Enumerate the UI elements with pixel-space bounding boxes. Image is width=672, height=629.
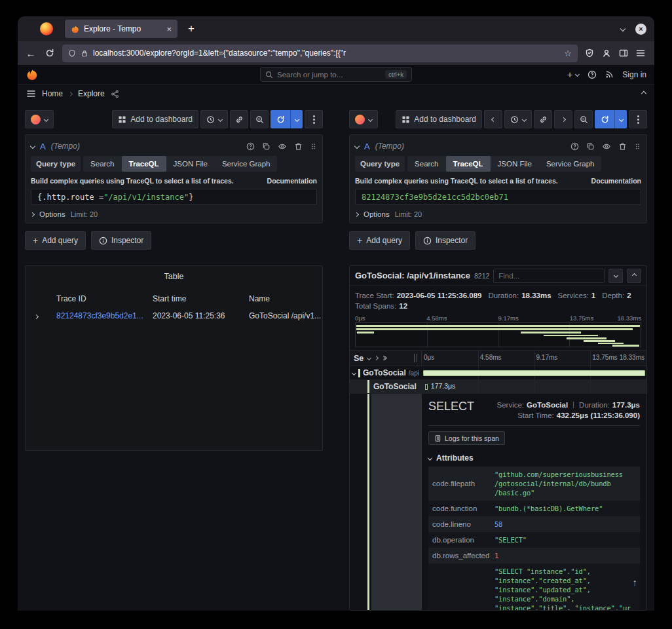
time-picker-button[interactable] <box>200 110 228 128</box>
col-header-name[interactable]: Name <box>249 294 322 303</box>
logs-for-span-button[interactable]: Logs for this span <box>428 431 505 445</box>
browser-tab[interactable]: Explore - Tempo × <box>65 20 177 38</box>
attributes-section-toggle[interactable]: Attributes <box>428 453 640 463</box>
zoom-out-button[interactable] <box>250 110 269 128</box>
minimap-canvas[interactable] <box>355 322 641 347</box>
breadcrumb-current[interactable]: Explore <box>78 89 105 98</box>
duplicate-query-icon[interactable] <box>262 142 271 151</box>
grafana-logo[interactable] <box>26 68 38 81</box>
delete-query-icon[interactable] <box>294 142 303 151</box>
collapse-query-icon[interactable] <box>30 143 35 149</box>
query-options-toggle[interactable]: Options Limit: 20 <box>31 210 317 218</box>
tab-traceql[interactable]: TraceQL <box>122 156 166 172</box>
column-resizer-handle[interactable] <box>414 354 417 362</box>
collapse-query-icon[interactable] <box>354 143 360 149</box>
col-header-start-time[interactable]: Start time <box>153 294 249 303</box>
drag-handle-icon[interactable] <box>310 142 317 151</box>
run-options-chevron[interactable] <box>290 110 303 128</box>
time-shift-back-button[interactable] <box>484 110 502 128</box>
documentation-link[interactable]: Documentation <box>591 177 641 185</box>
list-tabs-icon[interactable] <box>620 26 625 31</box>
save-to-pocket-icon[interactable] <box>585 48 594 58</box>
run-options-chevron[interactable] <box>614 110 627 128</box>
tab-close-icon[interactable]: × <box>166 25 172 33</box>
attribute-row[interactable]: db.operation "SELECT" <box>428 532 640 548</box>
disable-query-icon[interactable] <box>602 142 611 151</box>
span-row-selected[interactable]: GoToSocial 177.3μs <box>350 380 646 394</box>
find-next-button[interactable] <box>608 269 623 283</box>
back-button[interactable]: ← <box>24 48 37 59</box>
drag-handle-icon[interactable] <box>634 142 641 151</box>
attribute-row[interactable]: code.lineno 58 <box>428 516 640 532</box>
sync-times-button[interactable] <box>534 110 552 128</box>
bookmark-star-icon[interactable]: ☆ <box>564 48 572 58</box>
mega-menu-icon[interactable] <box>26 90 36 98</box>
documentation-link[interactable]: Documentation <box>267 177 317 185</box>
run-query-button[interactable] <box>595 110 627 128</box>
tab-search[interactable]: Search <box>407 156 445 172</box>
traceql-code-editor[interactable]: 82124873cf3e9b5d2e1cc5d2bc0eb71 <box>355 189 641 205</box>
add-to-dashboard-button[interactable]: Add to dashboard <box>112 110 198 128</box>
chevron-down-icon[interactable] <box>367 356 371 360</box>
lock-icon[interactable] <box>81 49 88 58</box>
query-help-icon[interactable] <box>570 142 579 151</box>
pane-menu-button[interactable] <box>305 110 323 128</box>
span-row-root[interactable]: GoToSocial /api/ <box>350 366 646 380</box>
datasource-picker[interactable] <box>25 110 54 128</box>
attribute-row[interactable]: code.function "bundb.(*basicDB).GetWhere… <box>428 501 640 516</box>
datasource-picker[interactable] <box>349 110 378 128</box>
tab-json-file[interactable]: JSON File <box>166 156 215 172</box>
trace-id-link[interactable]: 82124873cf3e9b5d2e1... <box>56 311 153 320</box>
window-close-button[interactable]: × <box>635 24 646 35</box>
add-query-button[interactable]: + Add query <box>25 231 86 250</box>
run-query-button[interactable] <box>271 110 303 128</box>
expand-all-icon[interactable] <box>382 356 386 360</box>
inspector-button[interactable]: Inspector <box>415 231 476 250</box>
attribute-row[interactable]: db.rows_affected 1 <box>428 548 640 563</box>
reload-button[interactable] <box>43 48 56 58</box>
tab-service-graph[interactable]: Service Graph <box>215 156 278 172</box>
tab-traceql[interactable]: TraceQL <box>446 156 491 172</box>
breadcrumb-home[interactable]: Home <box>42 89 63 98</box>
find-prev-button[interactable] <box>627 269 641 283</box>
trace-minimap[interactable]: 0μs 4.58ms 9.17ms 13.75ms 18.33ms <box>355 314 641 347</box>
add-query-button[interactable]: + Add query <box>349 231 410 250</box>
news-rss-icon[interactable] <box>605 70 614 79</box>
span-duration-bar[interactable] <box>425 384 428 390</box>
global-search[interactable]: Search or jump to... ctrl+k <box>260 67 412 82</box>
account-icon[interactable] <box>602 48 611 58</box>
tracking-shield-icon[interactable] <box>68 49 76 58</box>
share-icon[interactable] <box>111 90 119 98</box>
pane-menu-button[interactable] <box>629 110 647 128</box>
collapse-topbar-icon[interactable] <box>641 91 646 96</box>
find-input[interactable] <box>493 269 605 283</box>
time-picker-button[interactable] <box>504 110 532 128</box>
zoom-out-button[interactable] <box>574 110 593 128</box>
inspector-button[interactable]: Inspector <box>91 231 151 250</box>
tab-json-file[interactable]: JSON File <box>491 156 539 172</box>
attribute-row[interactable]: "SELECT "instance"."id", "instance"."cre… <box>428 563 640 610</box>
attribute-row[interactable]: code.filepath "github.com/superseriousbu… <box>428 467 640 501</box>
expand-row-icon[interactable] <box>35 311 56 320</box>
col-header-trace-id[interactable]: Trace ID <box>56 294 153 303</box>
help-icon[interactable] <box>588 70 597 79</box>
span-duration-bar[interactable] <box>423 370 645 376</box>
query-options-toggle[interactable]: Options Limit: 20 <box>355 210 641 218</box>
collapse-span-icon[interactable] <box>352 370 356 375</box>
disable-query-icon[interactable] <box>278 142 287 151</box>
scroll-to-top-icon[interactable]: ↑ <box>633 577 638 588</box>
sync-times-button[interactable] <box>230 110 248 128</box>
duplicate-query-icon[interactable] <box>586 142 595 151</box>
service-operation-column-header[interactable]: Se <box>354 354 364 363</box>
sign-in-link[interactable]: Sign in <box>622 70 646 79</box>
table-row[interactable]: 82124873cf3e9b5d2e1... 2023-06-05 11:25:… <box>26 311 322 320</box>
app-menu-icon[interactable] <box>636 49 645 57</box>
url-bar[interactable]: localhost:3000/explore?orgId=1&left={"da… <box>62 45 578 62</box>
sidebar-toggle-icon[interactable] <box>619 48 628 58</box>
add-to-dashboard-button[interactable]: Add to dashboard <box>396 110 482 128</box>
time-shift-forward-button[interactable] <box>554 110 572 128</box>
new-tab-button[interactable]: + <box>183 22 200 35</box>
tab-service-graph[interactable]: Service Graph <box>539 156 602 172</box>
query-help-icon[interactable] <box>246 142 255 151</box>
new-menu-button[interactable]: + <box>567 70 579 79</box>
